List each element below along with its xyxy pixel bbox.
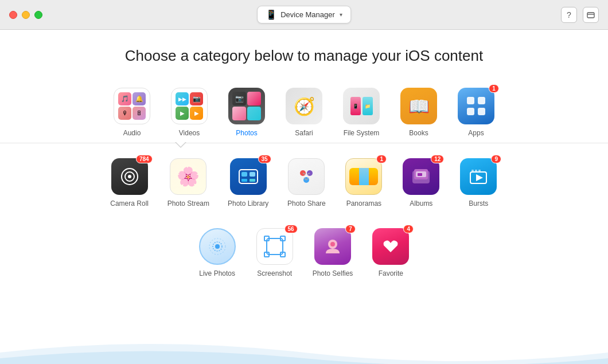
camera-roll-label: Camera Roll xyxy=(110,199,149,208)
subcategory-photo-share[interactable]: Photo Share xyxy=(278,152,335,213)
close-button[interactable] xyxy=(9,11,17,19)
svg-point-8 xyxy=(128,175,131,178)
svg-rect-27 xyxy=(471,170,474,171)
svg-rect-10 xyxy=(241,172,247,177)
app-title: Device Manager xyxy=(280,10,335,19)
separator-top xyxy=(0,143,608,143)
subcategory-photo-library[interactable]: 35 Photo Library xyxy=(219,152,278,213)
live-photos-label: Live Photos xyxy=(199,269,235,277)
favorite-icon xyxy=(372,228,409,265)
panoramas-icon xyxy=(345,158,382,195)
screenshot-badge: 56 xyxy=(284,225,298,233)
audio-label: Audio xyxy=(123,129,141,137)
books-label: Books xyxy=(409,129,428,137)
bursts-label: Bursts xyxy=(469,199,488,208)
svg-rect-4 xyxy=(467,108,474,115)
photo-stream-label: Photo Stream xyxy=(167,199,209,208)
favorite-badge: 4 xyxy=(403,225,414,233)
subcategory-panoramas[interactable]: 1 Panoramas xyxy=(335,152,392,213)
safari-label: Safari xyxy=(295,129,313,137)
main-title: Choose a category below to manage your i… xyxy=(125,47,483,65)
subcategory-screenshot[interactable]: 56 Screenshot xyxy=(246,222,303,283)
photo-share-icon xyxy=(288,158,325,195)
filesystem-icon-wrap: 📱 📁 xyxy=(343,88,380,124)
app-icon: 📱 xyxy=(266,9,277,20)
photo-library-icon xyxy=(230,158,267,195)
minimize-button[interactable] xyxy=(22,11,30,19)
audio-icon: 🎵 🔔 🎙 🎚 xyxy=(114,88,150,124)
photo-selfies-icon xyxy=(314,228,351,265)
svg-rect-24 xyxy=(418,173,422,176)
subcategory-row-2: Live Photos 56 Screenshot xyxy=(0,222,608,283)
live-photos-icon-wrap xyxy=(199,228,236,265)
photo-selfies-icon-wrap: 7 xyxy=(314,228,351,265)
photo-stream-icon: 🌸 xyxy=(170,158,206,195)
subcategory-photo-stream[interactable]: 🌸 Photo Stream xyxy=(158,152,219,213)
photo-stream-icon-wrap: 🌸 xyxy=(170,158,206,195)
apps-badge: 1 xyxy=(489,84,499,93)
svg-rect-11 xyxy=(250,172,255,177)
panoramas-badge: 1 xyxy=(376,155,387,163)
category-photos[interactable]: 📷 Photos xyxy=(218,82,275,143)
screenshot-icon-wrap: 56 xyxy=(256,228,293,265)
albums-icon-wrap: 12 xyxy=(403,158,439,195)
bursts-icon xyxy=(460,158,497,195)
photo-library-label: Photo Library xyxy=(228,199,268,208)
apps-icon xyxy=(458,88,494,124)
safari-icon: 🧭 xyxy=(286,88,322,124)
camera-roll-icon xyxy=(111,158,148,195)
subcategory-favorite[interactable]: 4 Favorite xyxy=(362,222,419,283)
title-right-buttons: ? xyxy=(561,7,599,23)
screenshot-icon xyxy=(256,228,293,265)
albums-label: Albums xyxy=(410,199,432,208)
panoramas-icon-wrap: 1 xyxy=(345,158,382,195)
app-title-bar[interactable]: 📱 Device Manager ▾ xyxy=(257,6,351,24)
category-videos[interactable]: ▶▶ 📷 ▶ ▶ Videos xyxy=(161,82,218,143)
svg-rect-5 xyxy=(478,108,485,115)
books-icon-wrap: 📖 xyxy=(400,88,437,124)
category-row: 🎵 🔔 🎙 🎚 Audio ▶▶ 📷 ▶ ▶ Videos xyxy=(0,82,608,143)
window-button[interactable] xyxy=(583,7,599,23)
svg-marker-26 xyxy=(476,174,483,181)
camera-roll-badge: 784 xyxy=(136,155,153,163)
category-filesystem[interactable]: 📱 📁 File System xyxy=(333,82,390,143)
photos-icon-wrap: 📷 xyxy=(228,88,265,124)
category-audio[interactable]: 🎵 🔔 🎙 🎚 Audio xyxy=(103,82,161,143)
category-safari[interactable]: 🧭 Safari xyxy=(275,82,333,143)
subcategory-live-photos[interactable]: Live Photos xyxy=(189,222,246,283)
chevron-down-icon: ▾ xyxy=(340,11,342,18)
panoramas-label: Panoramas xyxy=(346,199,381,208)
subcategory-row: 784 Camera Roll 🌸 Photo Stream 3 xyxy=(0,143,608,222)
live-photos-icon xyxy=(199,228,236,265)
screenshot-label: Screenshot xyxy=(257,269,292,277)
photo-library-badge: 35 xyxy=(258,155,271,163)
subcategory-albums[interactable]: 12 Albums xyxy=(392,152,450,213)
svg-rect-28 xyxy=(475,170,477,171)
albums-badge: 12 xyxy=(431,155,444,163)
svg-rect-3 xyxy=(478,97,485,104)
fullscreen-button[interactable] xyxy=(34,11,42,19)
subcategory-camera-roll[interactable]: 784 Camera Roll xyxy=(101,152,158,213)
apps-label: Apps xyxy=(468,129,484,137)
category-books[interactable]: 📖 Books xyxy=(390,82,447,143)
category-apps[interactable]: 1 Apps xyxy=(447,82,505,143)
subcategory-bursts[interactable]: 9 Bursts xyxy=(450,152,507,213)
main-content: Choose a category below to manage your i… xyxy=(0,30,608,364)
help-button[interactable]: ? xyxy=(561,7,577,23)
svg-point-39 xyxy=(330,242,335,246)
traffic-lights xyxy=(9,11,42,19)
photos-label: Photos xyxy=(236,129,257,137)
svg-rect-12 xyxy=(241,179,247,182)
videos-icon-wrap: ▶▶ 📷 ▶ ▶ xyxy=(171,88,208,124)
bursts-icon-wrap: 9 xyxy=(460,158,497,195)
camera-roll-icon-wrap: 784 xyxy=(111,158,148,195)
photos-icon: 📷 xyxy=(228,88,265,124)
svg-point-32 xyxy=(215,244,220,249)
safari-icon-wrap: 🧭 xyxy=(286,88,322,124)
favorite-label: Favorite xyxy=(379,269,403,277)
apps-icon-wrap: 1 xyxy=(458,88,494,124)
svg-rect-13 xyxy=(250,179,255,182)
subcategory-photo-selfies[interactable]: 7 Photo Selfies xyxy=(303,222,363,283)
photo-share-icon-wrap xyxy=(288,158,325,195)
photo-share-label: Photo Share xyxy=(287,199,326,208)
